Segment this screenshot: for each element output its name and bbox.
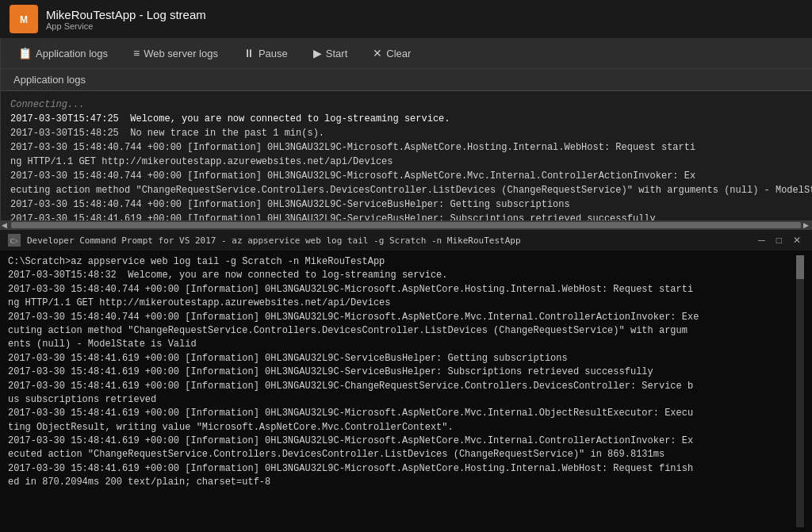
pause-button[interactable]: ⏸ Pause (239, 44, 293, 62)
application-logs-button[interactable]: 📋 Application logs (13, 44, 113, 62)
cmd-line: 2017-03-30 15:48:41.619 +00:00 [Informat… (8, 380, 796, 393)
cmd-scrollbar-thumb[interactable] (796, 255, 804, 279)
start-button[interactable]: ▶ Start (308, 44, 352, 62)
cmd-line: ecuted action "ChangeRequestService.Cont… (8, 448, 796, 461)
log-line: Connecting... (10, 98, 812, 112)
restore-button[interactable]: □ (773, 235, 785, 246)
log-line: 2017-03-30 15:48:40.744 +00:00 [Informat… (10, 169, 812, 183)
title-bar: M MikeRouTestApp - Log stream App Servic… (0, 0, 812, 38)
app-subtitle: App Service (46, 21, 206, 31)
start-icon: ▶ (313, 47, 322, 59)
cmd-line: 2017-03-30T15:48:32 Welcome, you are now… (8, 269, 796, 282)
minimize-button[interactable]: ─ (755, 235, 768, 246)
svg-text:M: M (20, 14, 28, 25)
log-toolbar: 📋 Application logs ≡ Web server logs ⏸ P… (1, 38, 812, 69)
cmd-scrollbar[interactable] (796, 255, 804, 527)
web-server-logs-button[interactable]: ≡ Web server logs (128, 44, 223, 62)
clear-icon: ✕ (373, 47, 382, 59)
cmd-text-area: C:\Scratch>az appservice web log tail -g… (8, 255, 796, 527)
cmd-line: 2017-03-30 15:48:41.619 +00:00 [Informat… (8, 407, 796, 420)
log-line: 2017-03-30 15:48:40.744 +00:00 [Informat… (10, 197, 812, 212)
cmd-line: 2017-03-30 15:48:41.619 +00:00 [Informat… (8, 352, 796, 366)
main-content: 🔍 MONITORING ∧ ◆ Application Insights ✓ … (0, 38, 812, 220)
horizontal-scrollbar[interactable]: ◀ ▶ (0, 220, 812, 230)
cmd-panel: C> Developer Command Prompt for VS 2017 … (0, 230, 812, 532)
log-content: 📋 Application logs ≡ Web server logs ⏸ P… (1, 38, 812, 220)
log-line: 2017-03-30T15:48:25 No new trace in the … (10, 126, 812, 140)
cmd-line: ting ObjectResult, writing value "Micros… (8, 421, 796, 434)
log-line: ecuting action method "ChangeRequestServ… (10, 183, 812, 197)
pause-icon: ⏸ (243, 47, 255, 59)
cmd-line: ed in 870.2094ms 200 text/plain; charset… (8, 476, 796, 489)
log-line: ng HTTP/1.1 GET http://mikeroutestapp.az… (10, 155, 812, 169)
log-section-label: Application logs (13, 74, 86, 86)
log-output: Connecting...2017-03-30T15:47:25 Welcome… (1, 91, 812, 220)
cmd-output: C:\Scratch>az appservice web log tail -g… (0, 251, 812, 532)
cmd-line: 2017-03-30 15:48:40.744 +00:00 [Informat… (8, 311, 796, 324)
web-logs-icon: ≡ (133, 47, 140, 59)
cmd-line: ents (null) - ModelState is Valid (8, 338, 796, 351)
log-header-bar: Application logs (1, 69, 812, 91)
cmd-line: C:\Scratch>az appservice web log tail -g… (8, 255, 796, 269)
cmd-title-text: Developer Command Prompt for VS 2017 - a… (27, 235, 749, 246)
azure-panel: M MikeRouTestApp - Log stream App Servic… (0, 0, 812, 230)
svg-text:C>: C> (10, 238, 18, 245)
app-logs-icon: 📋 (18, 47, 32, 59)
app-icon: M (10, 5, 38, 33)
log-line: 2017-03-30T15:47:25 Welcome, you are now… (10, 112, 812, 126)
cmd-line: us subscriptions retrieved (8, 393, 796, 407)
scroll-right-arrow[interactable]: ▶ (803, 221, 809, 229)
cmd-icon: C> (8, 234, 21, 247)
cmd-line: 2017-03-30 15:48:41.619 +00:00 [Informat… (8, 462, 796, 476)
clear-button[interactable]: ✕ Clear (368, 44, 416, 62)
scrollbar-thumb[interactable] (11, 222, 801, 228)
log-line: 2017-03-30 15:48:41.619 +00:00 [Informat… (10, 212, 812, 220)
title-text: MikeRouTestApp - Log stream App Service (46, 8, 206, 31)
cmd-line: cuting action method "ChangeRequestServi… (8, 324, 796, 338)
cmd-line: ng HTTP/1.1 GET http://mikeroutestapp.az… (8, 297, 796, 310)
app-title: MikeRouTestApp - Log stream (46, 8, 206, 21)
cmd-line: 2017-03-30 15:48:41.619 +00:00 [Informat… (8, 434, 796, 448)
log-line: 2017-03-30 15:48:40.744 +00:00 [Informat… (10, 140, 812, 155)
cmd-title-bar: C> Developer Command Prompt for VS 2017 … (0, 230, 812, 251)
scroll-left-arrow[interactable]: ◀ (2, 221, 7, 229)
cmd-line: 2017-03-30 15:48:41.619 +00:00 [Informat… (8, 366, 796, 379)
close-button[interactable]: ✕ (790, 235, 804, 246)
cmd-line: 2017-03-30 15:48:40.744 +00:00 [Informat… (8, 283, 796, 297)
window-controls: ─ □ ✕ (755, 235, 804, 246)
